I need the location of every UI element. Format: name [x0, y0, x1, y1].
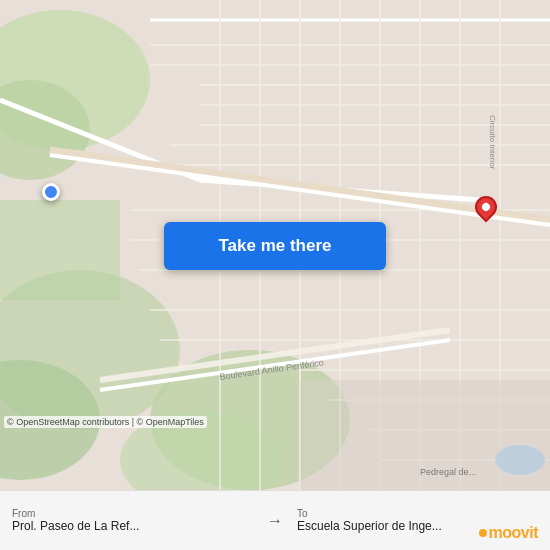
button-label: Take me there	[218, 236, 331, 256]
svg-text:Circuito Interior: Circuito Interior	[488, 115, 497, 170]
from-label: From	[12, 508, 35, 519]
to-name: Escuela Superior de Inge...	[297, 519, 442, 533]
moovit-dot-icon	[479, 529, 487, 537]
origin-marker	[42, 183, 60, 201]
svg-text:Pedregal de...: Pedregal de...	[420, 467, 476, 477]
origin-info: From Prol. Paseo de La Ref...	[12, 508, 261, 533]
from-name: Prol. Paseo de La Ref...	[12, 519, 139, 533]
map-attribution: © OpenStreetMap contributors | © OpenMap…	[4, 416, 207, 428]
arrow-icon: →	[267, 512, 283, 530]
to-label: To	[297, 508, 308, 519]
map-container: Boulevard Anillo Periférico Circuito Int…	[0, 0, 550, 490]
take-me-there-button[interactable]: Take me there	[164, 222, 386, 270]
moovit-brand-name: moovit	[489, 524, 538, 542]
destination-marker	[475, 196, 497, 224]
moovit-logo: moovit	[479, 524, 538, 542]
bottom-bar: From Prol. Paseo de La Ref... → To Escue…	[0, 490, 550, 550]
svg-point-42	[495, 445, 545, 475]
